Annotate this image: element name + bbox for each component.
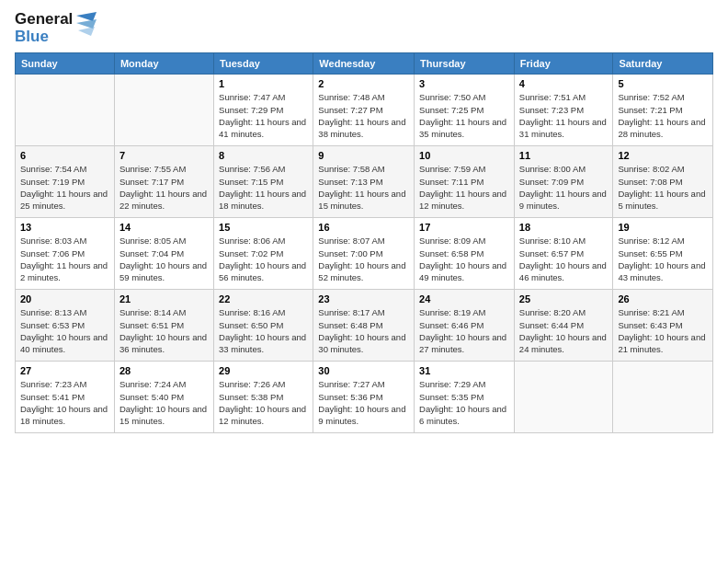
day-detail: Sunrise: 7:26 AM Sunset: 5:38 PM Dayligh… [219, 378, 308, 427]
col-header-sunday: Sunday [16, 53, 115, 75]
day-cell: 6Sunrise: 7:54 AM Sunset: 7:19 PM Daylig… [16, 146, 115, 218]
day-number: 22 [219, 293, 308, 304]
day-cell: 7Sunrise: 7:55 AM Sunset: 7:17 PM Daylig… [114, 146, 213, 218]
day-number: 7 [119, 150, 209, 161]
svg-marker-2 [78, 27, 95, 36]
day-cell: 31Sunrise: 7:29 AM Sunset: 5:35 PM Dayli… [415, 362, 515, 433]
day-detail: Sunrise: 7:29 AM Sunset: 5:35 PM Dayligh… [419, 378, 509, 427]
day-cell: 4Sunrise: 7:51 AM Sunset: 7:23 PM Daylig… [514, 75, 613, 146]
day-number: 2 [318, 78, 409, 89]
day-detail: Sunrise: 8:12 AM Sunset: 6:55 PM Dayligh… [618, 235, 708, 283]
day-number: 23 [318, 293, 409, 304]
day-cell: 21Sunrise: 8:14 AM Sunset: 6:51 PM Dayli… [114, 290, 213, 362]
col-header-tuesday: Tuesday [214, 53, 313, 75]
day-detail: Sunrise: 8:09 AM Sunset: 6:58 PM Dayligh… [419, 235, 509, 283]
week-row-3: 20Sunrise: 8:13 AM Sunset: 6:53 PM Dayli… [16, 290, 713, 362]
day-number: 25 [519, 293, 609, 304]
day-cell: 26Sunrise: 8:21 AM Sunset: 6:43 PM Dayli… [613, 290, 713, 362]
day-cell: 3Sunrise: 7:50 AM Sunset: 7:25 PM Daylig… [415, 75, 515, 146]
day-detail: Sunrise: 7:48 AM Sunset: 7:27 PM Dayligh… [318, 91, 409, 140]
day-number: 5 [618, 78, 708, 89]
col-header-wednesday: Wednesday [313, 53, 415, 75]
day-cell: 16Sunrise: 8:07 AM Sunset: 7:00 PM Dayli… [313, 218, 415, 290]
logo-bird-icon [76, 12, 97, 45]
day-cell: 22Sunrise: 8:16 AM Sunset: 6:50 PM Dayli… [214, 290, 313, 362]
week-row-1: 6Sunrise: 7:54 AM Sunset: 7:19 PM Daylig… [16, 146, 713, 218]
day-detail: Sunrise: 7:47 AM Sunset: 7:29 PM Dayligh… [219, 91, 308, 140]
day-cell [514, 362, 613, 433]
day-number: 29 [219, 365, 308, 376]
day-number: 16 [318, 222, 409, 233]
logo-text-general: General [15, 11, 73, 29]
day-detail: Sunrise: 8:07 AM Sunset: 7:00 PM Dayligh… [318, 235, 409, 283]
day-number: 26 [618, 293, 708, 304]
day-detail: Sunrise: 8:21 AM Sunset: 6:43 PM Dayligh… [618, 306, 708, 355]
day-cell [16, 75, 115, 146]
day-cell: 1Sunrise: 7:47 AM Sunset: 7:29 PM Daylig… [214, 75, 313, 146]
day-detail: Sunrise: 7:51 AM Sunset: 7:23 PM Dayligh… [519, 91, 609, 140]
day-cell: 11Sunrise: 8:00 AM Sunset: 7:09 PM Dayli… [514, 146, 613, 218]
day-number: 10 [419, 150, 509, 161]
day-detail: Sunrise: 8:03 AM Sunset: 7:06 PM Dayligh… [20, 235, 109, 283]
day-cell: 18Sunrise: 8:10 AM Sunset: 6:57 PM Dayli… [514, 218, 613, 290]
day-number: 21 [119, 293, 209, 304]
day-cell: 19Sunrise: 8:12 AM Sunset: 6:55 PM Dayli… [613, 218, 713, 290]
day-cell: 23Sunrise: 8:17 AM Sunset: 6:48 PM Dayli… [313, 290, 415, 362]
day-number: 4 [519, 78, 609, 89]
calendar-page: General Blue SundayMondayTuesdayWednesda… [0, 0, 728, 444]
day-detail: Sunrise: 8:16 AM Sunset: 6:50 PM Dayligh… [219, 306, 308, 355]
day-detail: Sunrise: 7:55 AM Sunset: 7:17 PM Dayligh… [119, 163, 209, 212]
day-number: 30 [318, 365, 409, 376]
day-cell: 14Sunrise: 8:05 AM Sunset: 7:04 PM Dayli… [114, 218, 213, 290]
day-cell: 25Sunrise: 8:20 AM Sunset: 6:44 PM Dayli… [514, 290, 613, 362]
logo-text-blue: Blue [15, 29, 73, 46]
day-detail: Sunrise: 8:14 AM Sunset: 6:51 PM Dayligh… [119, 306, 209, 355]
day-detail: Sunrise: 8:19 AM Sunset: 6:46 PM Dayligh… [419, 306, 509, 355]
day-cell [114, 75, 213, 146]
day-detail: Sunrise: 7:56 AM Sunset: 7:15 PM Dayligh… [219, 163, 308, 212]
day-number: 1 [219, 78, 308, 89]
day-number: 3 [419, 78, 509, 89]
day-detail: Sunrise: 7:54 AM Sunset: 7:19 PM Dayligh… [20, 163, 109, 212]
day-cell: 10Sunrise: 7:59 AM Sunset: 7:11 PM Dayli… [415, 146, 515, 218]
day-detail: Sunrise: 7:52 AM Sunset: 7:21 PM Dayligh… [618, 91, 708, 140]
day-number: 18 [519, 222, 609, 233]
day-number: 11 [519, 150, 609, 161]
day-detail: Sunrise: 8:06 AM Sunset: 7:02 PM Dayligh… [219, 235, 308, 283]
day-number: 17 [419, 222, 509, 233]
day-number: 6 [20, 150, 109, 161]
day-cell: 29Sunrise: 7:26 AM Sunset: 5:38 PM Dayli… [214, 362, 313, 433]
day-detail: Sunrise: 7:27 AM Sunset: 5:36 PM Dayligh… [318, 378, 409, 427]
col-header-thursday: Thursday [415, 53, 515, 75]
day-number: 31 [419, 365, 509, 376]
day-number: 20 [20, 293, 109, 304]
day-cell: 2Sunrise: 7:48 AM Sunset: 7:27 PM Daylig… [313, 75, 415, 146]
day-cell: 20Sunrise: 8:13 AM Sunset: 6:53 PM Dayli… [16, 290, 115, 362]
day-detail: Sunrise: 8:02 AM Sunset: 7:08 PM Dayligh… [618, 163, 708, 212]
day-detail: Sunrise: 7:59 AM Sunset: 7:11 PM Dayligh… [419, 163, 509, 212]
day-cell: 28Sunrise: 7:24 AM Sunset: 5:40 PM Dayli… [114, 362, 213, 433]
logo: General Blue [15, 11, 97, 45]
day-detail: Sunrise: 8:00 AM Sunset: 7:09 PM Dayligh… [519, 163, 609, 212]
day-detail: Sunrise: 7:50 AM Sunset: 7:25 PM Dayligh… [419, 91, 509, 140]
day-number: 24 [419, 293, 509, 304]
day-number: 9 [318, 150, 409, 161]
day-number: 28 [119, 365, 209, 376]
col-header-monday: Monday [114, 53, 213, 75]
col-header-friday: Friday [514, 53, 613, 75]
week-row-0: 1Sunrise: 7:47 AM Sunset: 7:29 PM Daylig… [16, 75, 713, 146]
day-detail: Sunrise: 8:20 AM Sunset: 6:44 PM Dayligh… [519, 306, 609, 355]
day-detail: Sunrise: 8:10 AM Sunset: 6:57 PM Dayligh… [519, 235, 609, 283]
day-number: 8 [219, 150, 308, 161]
day-cell: 5Sunrise: 7:52 AM Sunset: 7:21 PM Daylig… [613, 75, 713, 146]
week-row-2: 13Sunrise: 8:03 AM Sunset: 7:06 PM Dayli… [16, 218, 713, 290]
day-detail: Sunrise: 7:58 AM Sunset: 7:13 PM Dayligh… [318, 163, 409, 212]
day-number: 14 [119, 222, 209, 233]
day-cell: 24Sunrise: 8:19 AM Sunset: 6:46 PM Dayli… [415, 290, 515, 362]
day-detail: Sunrise: 8:17 AM Sunset: 6:48 PM Dayligh… [318, 306, 409, 355]
day-cell: 8Sunrise: 7:56 AM Sunset: 7:15 PM Daylig… [214, 146, 313, 218]
logo-container: General Blue [15, 11, 97, 45]
day-cell: 13Sunrise: 8:03 AM Sunset: 7:06 PM Dayli… [16, 218, 115, 290]
col-header-saturday: Saturday [613, 53, 713, 75]
day-cell: 9Sunrise: 7:58 AM Sunset: 7:13 PM Daylig… [313, 146, 415, 218]
